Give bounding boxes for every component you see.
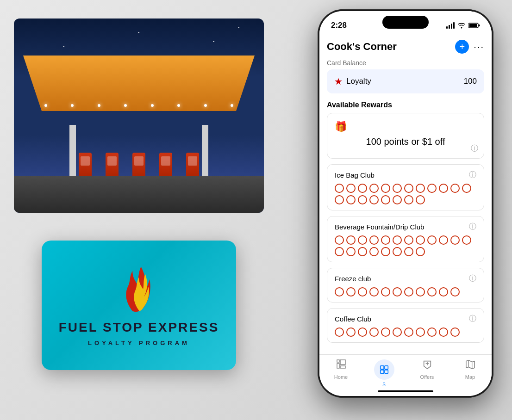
- dynamic-island: [382, 16, 429, 29]
- info-icon[interactable]: ⓘ: [469, 170, 476, 180]
- loyalty-badge: ★ Loyalty: [334, 76, 371, 87]
- tab-map[interactable]: Map: [454, 359, 487, 380]
- stamp: [393, 247, 402, 256]
- add-button[interactable]: +: [455, 40, 469, 54]
- stamp: [416, 184, 425, 193]
- stamp: [335, 247, 344, 256]
- stamp: [450, 287, 460, 296]
- stamp: [404, 327, 413, 337]
- home-indicator: [378, 390, 433, 392]
- phone-screen: 2:28: [319, 11, 492, 396]
- light: [98, 104, 100, 107]
- info-icon[interactable]: ⓘ: [469, 222, 476, 232]
- stamp: [358, 235, 367, 245]
- stamp: [393, 327, 402, 337]
- card-subtitle: LOYALTY PROGRAM: [88, 340, 190, 346]
- stamp: [416, 287, 425, 296]
- stamp: [439, 287, 448, 296]
- light: [177, 104, 180, 107]
- status-bar: 2:28: [319, 11, 492, 34]
- dollar-tab-circle: [374, 359, 394, 380]
- status-icons: [446, 22, 480, 29]
- stamp: [346, 184, 356, 193]
- canopy: [23, 56, 255, 111]
- svg-rect-8: [384, 366, 387, 369]
- stamp: [346, 327, 356, 337]
- canopy-support-left: [69, 125, 76, 180]
- stamp: [450, 235, 460, 245]
- flame-logo-icon: [116, 265, 162, 315]
- gift-icon: 🎁: [335, 121, 476, 133]
- stamp: [346, 195, 356, 204]
- svg-rect-7: [380, 366, 383, 369]
- stamp-row: [335, 327, 476, 337]
- stamp: [358, 247, 367, 256]
- stamp: [404, 195, 413, 204]
- battery-icon: [468, 22, 480, 29]
- light: [204, 104, 207, 107]
- more-button[interactable]: ···: [474, 44, 484, 49]
- stamp: [381, 195, 390, 204]
- stamp: [346, 247, 356, 256]
- stamp: [462, 184, 471, 193]
- stamp: [416, 195, 425, 204]
- ice-bag-club: Ice Bag Club ⓘ: [327, 164, 484, 210]
- svg-rect-6: [340, 366, 345, 368]
- svg-rect-1: [469, 24, 477, 27]
- info-icon[interactable]: ⓘ: [471, 144, 478, 154]
- svg-rect-4: [340, 360, 345, 364]
- stamp: [369, 184, 379, 193]
- stamp: [346, 287, 356, 296]
- svg-rect-10: [384, 370, 387, 373]
- info-icon[interactable]: ⓘ: [469, 274, 476, 284]
- stamp: [346, 235, 356, 245]
- tab-home[interactable]: Home: [325, 359, 357, 380]
- stamp: [393, 287, 402, 296]
- gas-station-photo: [14, 19, 264, 213]
- stamp-row: [335, 184, 476, 204]
- stamp: [450, 184, 460, 193]
- club-header: Beverage Fountain/Drip Club ⓘ: [335, 222, 476, 232]
- stamp: [381, 184, 390, 193]
- stamp: [427, 287, 437, 296]
- left-section: FUEL STOP EXPRESS LOYALTY PROGRAM: [14, 19, 282, 398]
- star-icon: ★: [334, 76, 343, 87]
- reward-card: 🎁 100 points or $1 off ⓘ: [327, 113, 484, 159]
- club-name: Coffee Club: [335, 315, 371, 323]
- light: [71, 104, 74, 107]
- club-header: Ice Bag Club ⓘ: [335, 170, 476, 180]
- available-rewards-label: Available Rewards: [319, 99, 492, 113]
- stamp: [381, 235, 390, 245]
- stamp: [404, 287, 413, 296]
- club-name: Beverage Fountain/Drip Club: [335, 223, 424, 231]
- svg-rect-3: [337, 360, 339, 362]
- svg-rect-5: [337, 364, 339, 368]
- tab-dollar[interactable]: $: [368, 359, 400, 387]
- card-title: FUEL STOP EXPRESS: [59, 320, 219, 335]
- stamp: [358, 327, 367, 337]
- stamp: [404, 184, 413, 193]
- stamp: [358, 195, 367, 204]
- stamp: [393, 235, 402, 245]
- stamp: [381, 247, 390, 256]
- stamp: [369, 195, 379, 204]
- freeze-club: Freeze club ⓘ: [327, 268, 484, 303]
- tab-offers[interactable]: Offers: [411, 359, 443, 380]
- club-header: Coffee Club ⓘ: [335, 314, 476, 324]
- info-icon[interactable]: ⓘ: [469, 314, 476, 324]
- beverage-club: Beverage Fountain/Drip Club ⓘ: [327, 216, 484, 262]
- offers-tab-label: Offers: [420, 374, 434, 380]
- stamp: [381, 287, 390, 296]
- stamp: [416, 327, 425, 337]
- stamp: [416, 235, 425, 245]
- stamp: [369, 235, 379, 245]
- map-tab-label: Map: [465, 374, 475, 380]
- canopy-lights: [32, 104, 245, 107]
- wifi-icon: [457, 22, 466, 29]
- light: [231, 104, 233, 107]
- stamp-row: [335, 287, 476, 296]
- light: [124, 104, 127, 107]
- club-header: Freeze club ⓘ: [335, 274, 476, 284]
- stamp: [427, 235, 437, 245]
- offers-icon: [422, 359, 433, 372]
